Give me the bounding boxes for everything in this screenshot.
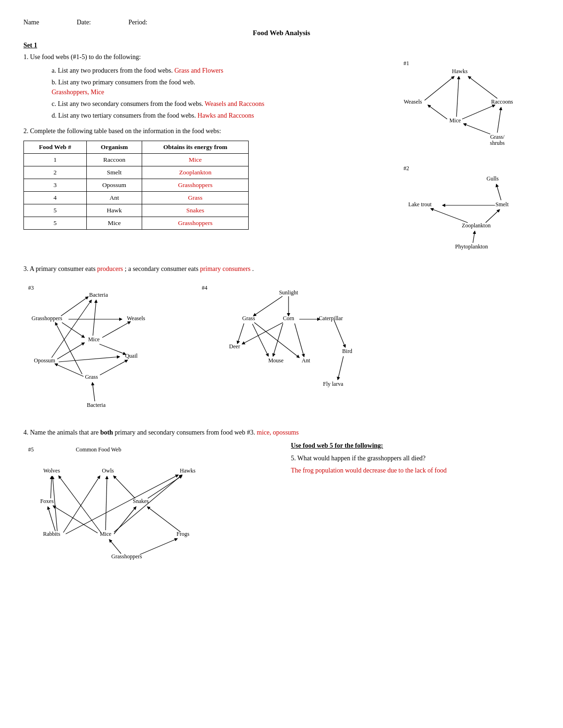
node-gulls: Gulls (487, 175, 499, 182)
node-mouse-4: Mouse (268, 357, 284, 364)
diagram-4: #4 Sunlight Grass Corn Caterpillar Deer … (197, 280, 366, 418)
svg-line-6 (456, 76, 459, 117)
node-zooplankton: Zooplankton (462, 222, 490, 229)
svg-line-55 (148, 476, 182, 498)
food-web-2-svg: #2 Gulls Lake trout Smelt Zooplankton Ph… (399, 162, 530, 255)
svg-line-36 (273, 323, 283, 356)
svg-line-3 (468, 76, 497, 98)
svg-text:#1: #1 (403, 60, 409, 67)
node-fly-larva: Fly larva (323, 381, 344, 387)
food-web-1-svg: #1 Hawks Weasels Raccoons Mice Grass/ sh… (399, 57, 530, 146)
node-grass-3: Grass (85, 374, 98, 380)
q1d-answer: Hawks and Raccoons (198, 112, 254, 119)
node-weasels-3: Weasels (127, 315, 145, 322)
svg-line-20 (102, 322, 130, 338)
period-label: Period: (129, 19, 147, 26)
table-header-1: Food Web # (24, 141, 87, 154)
svg-line-34 (252, 324, 268, 356)
svg-line-13 (431, 209, 468, 223)
svg-line-24 (59, 357, 120, 362)
svg-line-30 (253, 296, 282, 316)
node-hawks: Hawks (452, 68, 468, 75)
svg-line-26 (55, 364, 84, 376)
question-1: 1. Use food webs (#1-5) to do the follow… (23, 52, 389, 62)
q4-answer: mice, opossums (257, 429, 298, 436)
node-owls: Owls (102, 467, 114, 474)
q1c-answer: Weasels and Raccoons (205, 100, 264, 107)
node-mice: Mice (449, 117, 461, 124)
node-bacteria-bottom-3: Bacteria (87, 402, 106, 408)
svg-line-23 (57, 343, 84, 359)
node-rabbits: Rabbits (43, 531, 61, 537)
node-deer: Deer (229, 343, 240, 350)
node-smelt: Smelt (495, 201, 509, 208)
svg-line-25 (55, 323, 82, 374)
header-row: Name Date: Period: (23, 19, 540, 26)
node-mice-3: Mice (88, 336, 100, 343)
svg-line-48 (106, 476, 107, 530)
svg-text:#5: #5 (28, 446, 34, 453)
svg-line-12 (486, 210, 500, 223)
node-foxes: Foxes (40, 498, 54, 504)
svg-line-37 (295, 323, 304, 357)
node-sunlight: Sunlight (279, 289, 298, 296)
svg-line-10 (496, 184, 501, 200)
svg-line-27 (100, 360, 128, 375)
date-label: Date: (76, 19, 91, 26)
svg-line-40 (338, 356, 343, 380)
svg-text:#2: #2 (403, 165, 409, 172)
food-web-5-right: Use food web 5 for the following: 5. Wha… (291, 442, 540, 474)
food-web-5-row: #5 Common Food Web Wolves Owls Hawks Fox… (23, 442, 540, 575)
left-column: 1. Use food webs (#1-5) to do the follow… (23, 52, 389, 257)
svg-line-8 (497, 107, 501, 133)
svg-line-43 (48, 507, 55, 531)
svg-text:shrubs: shrubs (490, 140, 505, 146)
svg-line-33 (237, 323, 244, 344)
svg-text:#4: #4 (202, 285, 207, 291)
svg-line-19 (93, 300, 96, 336)
svg-line-28 (92, 383, 95, 401)
svg-line-53 (147, 507, 181, 532)
svg-text:#3: #3 (28, 285, 34, 291)
node-ant-4: Ant (302, 357, 311, 364)
q1a-answer: Grass and Flowers (175, 67, 223, 74)
table-row: 3OpossumGrasshoppers (24, 179, 249, 192)
diagram-1: #1 Hawks Weasels Raccoons Mice Grass/ sh… (399, 57, 540, 148)
node-hawks-5: Hawks (180, 467, 196, 474)
table-header-3: Obtains its energy from (142, 141, 249, 154)
q1a: a. List any two producers from the food … (52, 66, 389, 75)
food-web-3-svg: #3 Bacteria Grasshoppers Weasels Mice Op… (23, 280, 169, 416)
node-grass-4: Grass (242, 315, 255, 322)
svg-line-4 (428, 105, 447, 119)
node-frogs: Frogs (176, 531, 190, 537)
svg-line-51 (109, 540, 121, 554)
svg-line-7 (464, 124, 490, 134)
svg-line-52 (140, 539, 177, 555)
node-wolves: Wolves (43, 467, 60, 474)
table-row: 1RaccoonMice (24, 154, 249, 166)
node-grasshoppers-3: Grasshoppers (31, 315, 62, 322)
node-weasels: Weasels (403, 98, 422, 105)
food-web-table: Food Web # Organism Obtains its energy f… (23, 141, 249, 230)
svg-line-2 (425, 76, 454, 100)
page-title: Food Web Analysis (23, 29, 540, 37)
food-web-5-title: Common Food Web (76, 446, 122, 453)
table-row: 2SmeltZooplankton (24, 166, 249, 179)
q1b-answer: Grasshoppers, Mice (52, 89, 104, 96)
svg-line-56 (51, 476, 52, 498)
node-quail-3: Quail (125, 353, 138, 359)
q1b: b. List any two primary consumers from t… (52, 77, 389, 97)
q1d: d. List any two tertiary consumers from … (52, 111, 389, 120)
node-caterpillar: Caterpillar (319, 315, 342, 322)
food-web-5-header: Use food web 5 for the following: (291, 442, 540, 450)
node-grass-shrubs: Grass/ (490, 134, 505, 140)
node-raccoons: Raccoons (491, 98, 513, 105)
table-row: 5HawkSnakes (24, 204, 249, 217)
food-web-5-svg: #5 Common Food Web Wolves Owls Hawks Fox… (23, 442, 221, 573)
svg-line-54 (114, 476, 135, 498)
svg-line-21 (99, 344, 126, 354)
svg-line-16 (61, 297, 88, 316)
diagram-2: #2 Gulls Lake trout Smelt Zooplankton Ph… (399, 162, 540, 257)
node-phytoplankton: Phytoplankton (455, 243, 488, 250)
question-2: 2. Complete the following table based on… (23, 126, 389, 136)
